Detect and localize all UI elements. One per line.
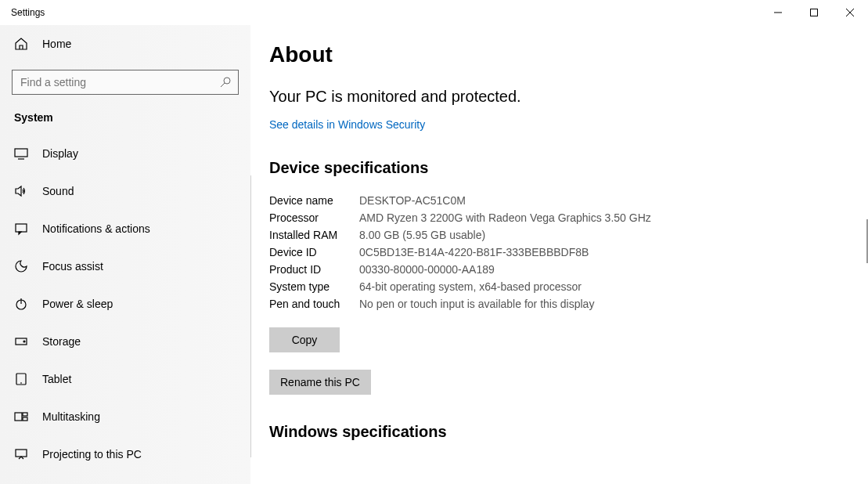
nav-display[interactable]: Display <box>0 135 250 172</box>
svg-rect-16 <box>23 413 27 416</box>
nav-power-sleep[interactable]: Power & sleep <box>0 285 250 323</box>
home-label: Home <box>42 38 71 50</box>
sound-icon <box>14 184 28 198</box>
notifications-icon <box>14 222 28 236</box>
nav-projecting[interactable]: Projecting to this PC <box>0 435 250 473</box>
spec-label-processor: Processor <box>269 211 359 224</box>
spec-label-system-type: System type <box>269 280 359 293</box>
spec-value-system-type: 64-bit operating system, x64-based proce… <box>359 280 684 293</box>
nav-label: Sound <box>42 185 74 197</box>
svg-line-5 <box>221 83 225 87</box>
maximize-button[interactable] <box>796 0 832 25</box>
close-button[interactable] <box>832 0 868 25</box>
spec-value-processor: AMD Ryzen 3 2200G with Radeon Vega Graph… <box>359 211 684 224</box>
power-icon <box>14 297 28 311</box>
category-header: System <box>0 102 250 135</box>
spec-label-device-name: Device name <box>269 194 359 207</box>
projecting-icon <box>14 447 28 461</box>
spec-value-device-name: DESKTOP-AC51C0M <box>359 194 684 207</box>
multitasking-icon <box>14 410 28 424</box>
svg-rect-8 <box>16 224 27 232</box>
svg-point-12 <box>23 341 25 342</box>
copy-button[interactable]: Copy <box>269 327 340 352</box>
search-input[interactable] <box>12 70 239 95</box>
nav-notifications[interactable]: Notifications & actions <box>0 210 250 247</box>
windows-spec-heading: Windows specifications <box>269 423 868 441</box>
spec-value-ram: 8.00 GB (5.95 GB usable) <box>359 229 684 241</box>
maximize-icon <box>810 9 818 16</box>
spec-label-ram: Installed RAM <box>269 229 359 241</box>
home-nav[interactable]: Home <box>0 25 250 63</box>
home-icon <box>14 37 28 51</box>
main-content: About Your PC is monitored and protected… <box>250 25 868 484</box>
device-spec-heading: Device specifications <box>269 159 868 177</box>
nav-label: Notifications & actions <box>42 222 150 235</box>
sidebar: Home System Display Sound <box>0 25 250 484</box>
close-icon <box>846 9 854 16</box>
nav-label: Tablet <box>42 373 71 385</box>
windows-security-link[interactable]: See details in Windows Security <box>269 118 425 131</box>
focus-assist-icon <box>14 259 28 273</box>
minimize-button[interactable] <box>760 0 796 25</box>
protection-status: Your PC is monitored and protected. <box>269 88 868 106</box>
nav-label: Projecting to this PC <box>42 448 142 461</box>
nav-storage[interactable]: Storage <box>0 323 250 360</box>
device-spec-table: Device name DESKTOP-AC51C0M Processor AM… <box>269 194 684 310</box>
spec-value-product-id: 00330-80000-00000-AA189 <box>359 263 684 276</box>
nav-focus-assist[interactable]: Focus assist <box>0 247 250 285</box>
search-icon <box>220 77 231 88</box>
tablet-icon <box>14 372 28 386</box>
nav-tablet[interactable]: Tablet <box>0 360 250 398</box>
svg-rect-1 <box>811 9 818 16</box>
spec-label-pen-touch: Pen and touch <box>269 298 359 310</box>
svg-point-4 <box>224 78 230 84</box>
nav-label: Display <box>42 147 78 160</box>
rename-pc-button[interactable]: Rename this PC <box>269 370 371 395</box>
svg-rect-15 <box>15 413 22 421</box>
nav-label: Focus assist <box>42 260 103 273</box>
nav-label: Multitasking <box>42 410 100 423</box>
titlebar: Settings <box>0 0 868 25</box>
spec-value-device-id: 0C5BD13E-B14A-4220-B81F-333BEBBBDF8B <box>359 246 684 258</box>
nav-multitasking[interactable]: Multitasking <box>0 398 250 435</box>
window-title: Settings <box>11 7 45 18</box>
storage-icon <box>14 334 28 349</box>
display-icon <box>14 146 28 161</box>
minimize-icon <box>774 9 782 16</box>
nav-label: Storage <box>42 335 81 348</box>
nav-label: Power & sleep <box>42 298 113 310</box>
nav-list: Display Sound Notifications & actions Fo… <box>0 135 250 473</box>
svg-rect-18 <box>16 450 27 457</box>
svg-rect-17 <box>23 417 27 421</box>
nav-sound[interactable]: Sound <box>0 172 250 210</box>
page-title: About <box>269 42 868 67</box>
svg-rect-6 <box>15 149 27 157</box>
window-controls <box>760 0 868 25</box>
spec-label-product-id: Product ID <box>269 263 359 276</box>
spec-value-pen-touch: No pen or touch input is available for t… <box>359 298 684 310</box>
spec-label-device-id: Device ID <box>269 246 359 258</box>
